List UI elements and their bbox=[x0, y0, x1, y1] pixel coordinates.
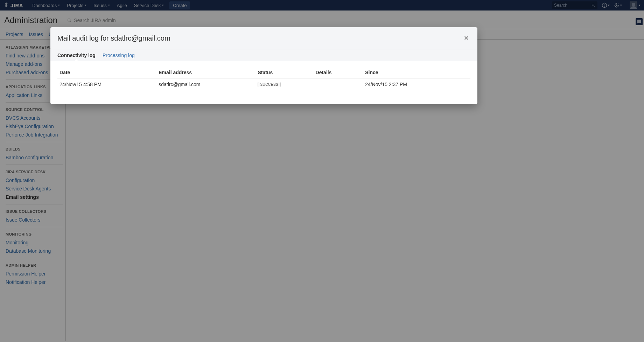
cell-email: sdatlrc@gmail.com bbox=[156, 78, 255, 90]
col-date: Date bbox=[57, 67, 156, 78]
cell-status: SUCCESS bbox=[255, 78, 313, 90]
cell-details bbox=[314, 78, 363, 90]
modal-close-button[interactable]: ✕ bbox=[462, 33, 470, 43]
mail-audit-modal: Mail audit log for sdatlrc@gmail.com ✕ C… bbox=[50, 27, 477, 104]
tab-processing-log[interactable]: Processing log bbox=[103, 50, 135, 61]
table-row: 24/Nov/15 4:58 PMsdatlrc@gmail.comSUCCES… bbox=[57, 78, 470, 90]
status-badge: SUCCESS bbox=[258, 82, 281, 87]
col-details: Details bbox=[314, 67, 363, 78]
close-icon: ✕ bbox=[464, 35, 469, 42]
modal-header: Mail audit log for sdatlrc@gmail.com ✕ bbox=[50, 27, 477, 49]
col-status: Status bbox=[255, 67, 313, 78]
modal-tabs: Connectivity log Processing log bbox=[50, 49, 477, 61]
audit-log-table: Date Email address Status Details Since … bbox=[57, 67, 470, 90]
cell-date: 24/Nov/15 4:58 PM bbox=[57, 78, 156, 90]
col-email: Email address bbox=[156, 67, 255, 78]
modal-title: Mail audit log for sdatlrc@gmail.com bbox=[57, 34, 170, 42]
tab-connectivity-log[interactable]: Connectivity log bbox=[57, 50, 96, 61]
cell-since: 24/Nov/15 2:37 PM bbox=[363, 78, 470, 90]
modal-body: Date Email address Status Details Since … bbox=[50, 61, 477, 104]
col-since: Since bbox=[363, 67, 470, 78]
